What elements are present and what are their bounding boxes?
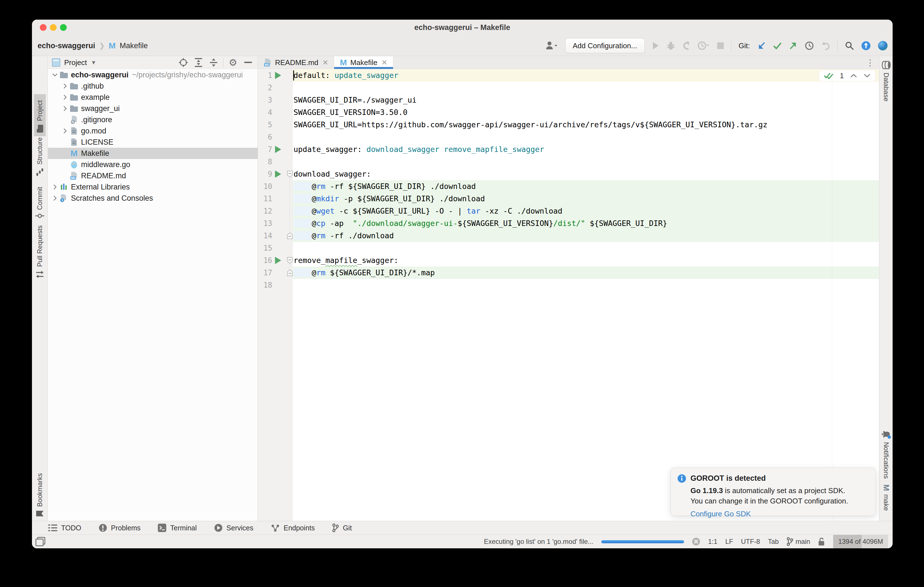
chevron-right-icon[interactable] xyxy=(61,105,69,112)
project-panel-title[interactable]: Project xyxy=(64,58,87,67)
breadcrumb-file[interactable]: Makefile xyxy=(120,41,148,50)
next-problem-button[interactable] xyxy=(863,73,871,78)
close-tab-icon[interactable]: ✕ xyxy=(322,58,328,67)
tool-window-button-terminal[interactable]: Terminal xyxy=(158,524,196,532)
stripe-tab-pull-requests[interactable]: Pull Requests xyxy=(34,223,46,282)
hide-panel-button[interactable] xyxy=(243,62,254,63)
chevron-down-icon[interactable]: ▼ xyxy=(91,59,96,66)
stripe-tab-bookmarks[interactable]: Bookmarks xyxy=(34,471,46,520)
cancel-progress-button[interactable] xyxy=(692,538,700,546)
run-target-icon[interactable] xyxy=(275,257,281,264)
code-line-13[interactable]: @cp -ap "./download/swagger-ui-${SWAGGER… xyxy=(294,217,667,229)
fold-end-icon[interactable] xyxy=(287,269,293,276)
fold-start-icon[interactable] xyxy=(287,170,293,178)
fold-start-icon[interactable] xyxy=(287,257,293,264)
stripe-tab-make[interactable]: Mmake xyxy=(880,481,892,518)
code-token: SWAGGER_UI_DIR=./swagger_ui xyxy=(294,96,417,104)
prev-problem-button[interactable] xyxy=(850,73,857,78)
profiler-button[interactable] xyxy=(698,41,710,50)
memory-indicator[interactable]: 1394 of 4096M xyxy=(833,535,888,548)
tree-item--github[interactable]: .github xyxy=(48,81,257,92)
code-with-me-icon[interactable] xyxy=(878,41,888,51)
coverage-button[interactable] xyxy=(682,41,690,50)
history-button[interactable] xyxy=(805,41,814,50)
chevron-right-icon[interactable] xyxy=(61,94,69,101)
commit-button[interactable] xyxy=(773,42,782,49)
code-line-5[interactable]: SWAGGER_UI_URL=https://github.com/swagge… xyxy=(294,119,767,131)
push-button[interactable] xyxy=(789,41,798,50)
tool-window-button-problems[interactable]: Problems xyxy=(99,524,141,532)
write-access-icon[interactable] xyxy=(818,537,825,546)
chevron-right-icon[interactable] xyxy=(51,195,59,201)
stripe-tab-notifications[interactable]: Notifications xyxy=(880,426,892,480)
chevron-right-icon[interactable] xyxy=(61,83,69,89)
rollback-button[interactable] xyxy=(821,41,830,50)
code-line-16[interactable]: remove_mapfile_swagger: xyxy=(294,254,398,267)
code-line-3[interactable]: SWAGGER_UI_DIR=./swagger_ui xyxy=(294,94,417,106)
debug-button[interactable] xyxy=(667,41,675,50)
expand-all-button[interactable] xyxy=(193,58,204,67)
stripe-tab-project[interactable]: Project xyxy=(34,94,46,136)
tree-item-example[interactable]: example xyxy=(48,92,257,103)
tree-item-echo-swaggerui[interactable]: echo-swaggerui~/projects/grishy/echo-swa… xyxy=(48,69,257,81)
editor-body[interactable]: 123456789101112131415161718 default: upd… xyxy=(258,69,879,521)
tool-window-button-git[interactable]: Git xyxy=(332,523,352,533)
tree-item-readme-md[interactable]: MDREADME.md xyxy=(48,170,257,181)
tree-item-scratches-and-consoles[interactable]: Scratches and Consoles xyxy=(48,193,257,204)
line-ending[interactable]: LF xyxy=(725,538,733,546)
run-button[interactable] xyxy=(652,41,659,50)
editor-tab-makefile[interactable]: MMakefile✕ xyxy=(334,56,393,69)
configure-go-sdk-link[interactable]: Configure Go SDK xyxy=(690,510,868,518)
tree-item-makefile[interactable]: MMakefile xyxy=(48,148,257,159)
ide-update-button[interactable] xyxy=(861,41,871,51)
code-view[interactable]: default: update_swaggerSWAGGER_UI_DIR=./… xyxy=(293,69,879,521)
code-line-14[interactable]: @rm -rf ./download xyxy=(294,229,394,242)
code-line-12[interactable]: @wget -c ${SWAGGER_UI_URL} -O - | tar -x… xyxy=(294,205,563,217)
tree-item-go-mod[interactable]: go.mod xyxy=(48,125,257,137)
run-target-icon[interactable] xyxy=(275,72,281,79)
caret-position[interactable]: 1:1 xyxy=(708,538,718,546)
code-line-7[interactable]: update_swagger: download_swagger remove_… xyxy=(294,143,544,156)
code-line-9[interactable]: download_swagger: xyxy=(294,168,371,180)
stop-button[interactable] xyxy=(717,42,724,49)
chevron-down-icon[interactable] xyxy=(51,73,59,77)
stripe-tab-commit[interactable]: Commit xyxy=(34,183,46,222)
tree-item-license[interactable]: LICENSE xyxy=(48,137,257,148)
tool-window-button-endpoints[interactable]: Endpoints xyxy=(271,524,315,532)
tool-window-button-todo[interactable]: TODO xyxy=(48,524,81,532)
indent-style[interactable]: Tab xyxy=(768,538,779,546)
tool-window-button-services[interactable]: Services xyxy=(214,524,253,532)
run-target-icon[interactable] xyxy=(275,146,281,153)
code-line-11[interactable]: @mkdir -p ${SWAGGER_UI_DIR} ./download xyxy=(294,193,485,205)
add-configuration-button[interactable]: Add Configuration... xyxy=(565,38,645,53)
title-bar: echo-swaggerui – Makefile xyxy=(32,20,893,35)
editor-tab-readme-md[interactable]: MDREADME.md✕ xyxy=(258,56,334,69)
tree-item-swagger-ui[interactable]: swagger_ui xyxy=(48,103,257,114)
collapse-all-button[interactable] xyxy=(208,58,219,67)
inspection-widget[interactable]: 1 xyxy=(819,70,876,81)
tool-window-switcher-icon[interactable] xyxy=(35,537,45,546)
chevron-right-icon[interactable] xyxy=(61,127,69,134)
tab-options-icon[interactable]: ⋮ xyxy=(861,56,879,69)
code-line-1[interactable]: default: update_swagger xyxy=(294,69,398,82)
fold-end-icon[interactable] xyxy=(287,232,293,239)
chevron-right-icon[interactable] xyxy=(51,184,59,190)
code-line-4[interactable]: SWAGGER_UI_VERSION=3.50.0 xyxy=(294,106,408,119)
git-branch-widget[interactable]: main xyxy=(787,537,810,546)
run-target-icon[interactable] xyxy=(275,170,281,178)
tree-item-middleware-go[interactable]: middleware.go xyxy=(48,159,257,170)
select-opened-file-button[interactable] xyxy=(178,58,189,67)
settings-button[interactable]: ⚙ xyxy=(228,58,239,67)
file-encoding[interactable]: UTF-8 xyxy=(741,538,760,546)
code-line-17[interactable]: @rm ${SWAGGER_UI_DIR}/*.map xyxy=(294,267,435,279)
close-tab-icon[interactable]: ✕ xyxy=(381,58,388,67)
tree-item--gitignore[interactable]: .gitignore xyxy=(48,114,257,125)
code-line-10[interactable]: @rm -rf ${SWAGGER_UI_DIR} ./download xyxy=(294,180,476,193)
breadcrumb-project[interactable]: echo-swaggerui xyxy=(38,41,95,50)
stripe-tab-database[interactable]: Database xyxy=(880,58,892,102)
tree-item-external-libraries[interactable]: External Libraries xyxy=(48,181,257,193)
stripe-tab-structure[interactable]: Structure xyxy=(34,138,46,180)
search-everywhere-button[interactable] xyxy=(845,41,854,50)
user-menu-button[interactable] xyxy=(545,41,558,51)
update-project-button[interactable] xyxy=(757,41,766,50)
